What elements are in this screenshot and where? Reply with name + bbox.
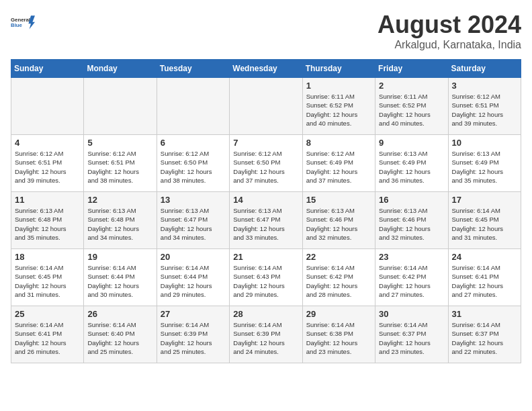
title-area: August 2024 Arkalgud, Karnataka, India xyxy=(378,11,521,51)
day-number: 19 xyxy=(87,252,152,262)
day-detail: Sunrise: 6:13 AM Sunset: 6:49 PM Dayligh… xyxy=(452,149,517,185)
logo: General Blue xyxy=(11,11,35,35)
calendar-cell: 7Sunrise: 6:12 AM Sunset: 6:50 PM Daylig… xyxy=(230,135,302,192)
day-detail: Sunrise: 6:12 AM Sunset: 6:51 PM Dayligh… xyxy=(452,92,517,128)
day-number: 9 xyxy=(379,138,444,148)
location-title: Arkalgud, Karnataka, India xyxy=(378,39,521,51)
day-number: 23 xyxy=(379,252,444,262)
calendar-cell: 26Sunrise: 6:14 AM Sunset: 6:40 PM Dayli… xyxy=(84,306,157,363)
weekday-header-monday: Monday xyxy=(84,60,157,78)
day-number: 26 xyxy=(87,309,152,319)
day-detail: Sunrise: 6:14 AM Sunset: 6:44 PM Dayligh… xyxy=(161,263,226,299)
day-number: 14 xyxy=(233,195,298,205)
day-number: 20 xyxy=(161,252,226,262)
day-detail: Sunrise: 6:14 AM Sunset: 6:40 PM Dayligh… xyxy=(87,320,152,356)
weekday-header-wednesday: Wednesday xyxy=(230,60,302,78)
day-number: 31 xyxy=(452,309,517,319)
day-detail: Sunrise: 6:13 AM Sunset: 6:46 PM Dayligh… xyxy=(306,206,371,242)
day-detail: Sunrise: 6:13 AM Sunset: 6:48 PM Dayligh… xyxy=(87,206,152,242)
day-number: 7 xyxy=(233,138,298,148)
day-detail: Sunrise: 6:14 AM Sunset: 6:37 PM Dayligh… xyxy=(452,320,517,356)
week-row-4: 18Sunrise: 6:14 AM Sunset: 6:45 PM Dayli… xyxy=(11,249,521,306)
day-detail: Sunrise: 6:11 AM Sunset: 6:52 PM Dayligh… xyxy=(379,92,444,128)
day-detail: Sunrise: 6:14 AM Sunset: 6:43 PM Dayligh… xyxy=(233,263,298,299)
calendar-cell xyxy=(11,78,84,135)
day-detail: Sunrise: 6:13 AM Sunset: 6:47 PM Dayligh… xyxy=(161,206,226,242)
calendar-cell: 1Sunrise: 6:11 AM Sunset: 6:52 PM Daylig… xyxy=(302,78,375,135)
day-detail: Sunrise: 6:14 AM Sunset: 6:41 PM Dayligh… xyxy=(15,320,80,356)
header: General Blue August 2024 Arkalgud, Karna… xyxy=(11,11,521,51)
logo-icon: General Blue xyxy=(11,11,35,35)
calendar-cell: 20Sunrise: 6:14 AM Sunset: 6:44 PM Dayli… xyxy=(157,249,229,306)
day-detail: Sunrise: 6:13 AM Sunset: 6:47 PM Dayligh… xyxy=(233,206,298,242)
weekday-header-sunday: Sunday xyxy=(11,60,84,78)
day-number: 2 xyxy=(379,81,444,91)
day-number: 10 xyxy=(452,138,517,148)
day-detail: Sunrise: 6:14 AM Sunset: 6:41 PM Dayligh… xyxy=(452,263,517,299)
day-detail: Sunrise: 6:13 AM Sunset: 6:48 PM Dayligh… xyxy=(15,206,80,242)
day-number: 29 xyxy=(306,309,371,319)
weekday-header-thursday: Thursday xyxy=(302,60,375,78)
day-number: 13 xyxy=(161,195,226,205)
calendar-cell: 5Sunrise: 6:12 AM Sunset: 6:51 PM Daylig… xyxy=(84,135,157,192)
week-row-2: 4Sunrise: 6:12 AM Sunset: 6:51 PM Daylig… xyxy=(11,135,521,192)
day-detail: Sunrise: 6:14 AM Sunset: 6:45 PM Dayligh… xyxy=(452,206,517,242)
day-number: 4 xyxy=(15,138,80,148)
day-detail: Sunrise: 6:12 AM Sunset: 6:51 PM Dayligh… xyxy=(87,149,152,185)
day-detail: Sunrise: 6:14 AM Sunset: 6:37 PM Dayligh… xyxy=(379,320,444,356)
calendar-cell: 8Sunrise: 6:12 AM Sunset: 6:49 PM Daylig… xyxy=(302,135,375,192)
calendar-table: SundayMondayTuesdayWednesdayThursdayFrid… xyxy=(11,59,521,363)
calendar-cell: 13Sunrise: 6:13 AM Sunset: 6:47 PM Dayli… xyxy=(157,192,229,249)
day-number: 11 xyxy=(15,195,80,205)
calendar-cell xyxy=(84,78,157,135)
calendar-cell: 14Sunrise: 6:13 AM Sunset: 6:47 PM Dayli… xyxy=(230,192,302,249)
day-detail: Sunrise: 6:14 AM Sunset: 6:42 PM Dayligh… xyxy=(379,263,444,299)
day-detail: Sunrise: 6:14 AM Sunset: 6:39 PM Dayligh… xyxy=(233,320,298,356)
day-number: 30 xyxy=(379,309,444,319)
weekday-header-row: SundayMondayTuesdayWednesdayThursdayFrid… xyxy=(11,60,521,78)
calendar-cell: 10Sunrise: 6:13 AM Sunset: 6:49 PM Dayli… xyxy=(448,135,521,192)
day-number: 25 xyxy=(15,309,80,319)
calendar-cell: 2Sunrise: 6:11 AM Sunset: 6:52 PM Daylig… xyxy=(375,78,448,135)
calendar-cell: 29Sunrise: 6:14 AM Sunset: 6:38 PM Dayli… xyxy=(302,306,375,363)
calendar-cell: 31Sunrise: 6:14 AM Sunset: 6:37 PM Dayli… xyxy=(448,306,521,363)
day-number: 6 xyxy=(161,138,226,148)
calendar-cell: 17Sunrise: 6:14 AM Sunset: 6:45 PM Dayli… xyxy=(448,192,521,249)
day-number: 16 xyxy=(379,195,444,205)
calendar-cell: 19Sunrise: 6:14 AM Sunset: 6:44 PM Dayli… xyxy=(84,249,157,306)
day-number: 15 xyxy=(306,195,371,205)
day-number: 12 xyxy=(87,195,152,205)
day-number: 21 xyxy=(233,252,298,262)
weekday-header-saturday: Saturday xyxy=(448,60,521,78)
calendar-cell: 30Sunrise: 6:14 AM Sunset: 6:37 PM Dayli… xyxy=(375,306,448,363)
day-detail: Sunrise: 6:14 AM Sunset: 6:39 PM Dayligh… xyxy=(161,320,226,356)
month-title: August 2024 xyxy=(378,11,521,39)
calendar-cell: 16Sunrise: 6:13 AM Sunset: 6:46 PM Dayli… xyxy=(375,192,448,249)
calendar-cell: 9Sunrise: 6:13 AM Sunset: 6:49 PM Daylig… xyxy=(375,135,448,192)
calendar-cell: 24Sunrise: 6:14 AM Sunset: 6:41 PM Dayli… xyxy=(448,249,521,306)
weekday-header-tuesday: Tuesday xyxy=(157,60,229,78)
calendar-cell xyxy=(157,78,229,135)
calendar-cell: 21Sunrise: 6:14 AM Sunset: 6:43 PM Dayli… xyxy=(230,249,302,306)
week-row-5: 25Sunrise: 6:14 AM Sunset: 6:41 PM Dayli… xyxy=(11,306,521,363)
week-row-3: 11Sunrise: 6:13 AM Sunset: 6:48 PM Dayli… xyxy=(11,192,521,249)
day-detail: Sunrise: 6:14 AM Sunset: 6:45 PM Dayligh… xyxy=(15,263,80,299)
day-detail: Sunrise: 6:13 AM Sunset: 6:46 PM Dayligh… xyxy=(379,206,444,242)
svg-text:General: General xyxy=(11,17,30,23)
calendar-cell: 28Sunrise: 6:14 AM Sunset: 6:39 PM Dayli… xyxy=(230,306,302,363)
day-detail: Sunrise: 6:14 AM Sunset: 6:42 PM Dayligh… xyxy=(306,263,371,299)
day-number: 28 xyxy=(233,309,298,319)
calendar-cell: 23Sunrise: 6:14 AM Sunset: 6:42 PM Dayli… xyxy=(375,249,448,306)
day-number: 18 xyxy=(15,252,80,262)
calendar-cell: 12Sunrise: 6:13 AM Sunset: 6:48 PM Dayli… xyxy=(84,192,157,249)
day-detail: Sunrise: 6:11 AM Sunset: 6:52 PM Dayligh… xyxy=(306,92,371,128)
calendar-cell: 25Sunrise: 6:14 AM Sunset: 6:41 PM Dayli… xyxy=(11,306,84,363)
day-detail: Sunrise: 6:13 AM Sunset: 6:49 PM Dayligh… xyxy=(379,149,444,185)
day-number: 27 xyxy=(161,309,226,319)
day-number: 5 xyxy=(87,138,152,148)
calendar-cell: 27Sunrise: 6:14 AM Sunset: 6:39 PM Dayli… xyxy=(157,306,229,363)
day-detail: Sunrise: 6:12 AM Sunset: 6:51 PM Dayligh… xyxy=(15,149,80,185)
calendar-cell: 6Sunrise: 6:12 AM Sunset: 6:50 PM Daylig… xyxy=(157,135,229,192)
day-number: 3 xyxy=(452,81,517,91)
day-detail: Sunrise: 6:14 AM Sunset: 6:38 PM Dayligh… xyxy=(306,320,371,356)
